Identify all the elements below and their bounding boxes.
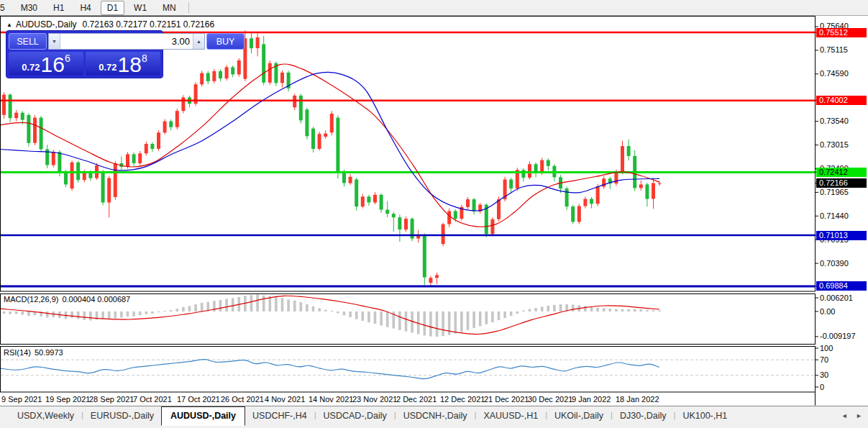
macd-histogram-bar <box>89 311 92 321</box>
candle-body <box>639 184 643 188</box>
macd-histogram-bar <box>547 306 550 311</box>
macd-histogram-bar <box>541 307 544 312</box>
volume-increase-button[interactable]: ▲ <box>193 34 204 49</box>
candle-body <box>385 210 389 214</box>
sell-button[interactable]: SELL <box>9 33 47 50</box>
candle-body <box>64 173 68 185</box>
timeframe-button-h1[interactable]: H1 <box>47 1 70 15</box>
sell-price-display[interactable]: 0.72166 <box>9 52 83 76</box>
timeframe-button-w1[interactable]: W1 <box>127 1 153 15</box>
macd-histogram-bar <box>454 311 457 334</box>
collapse-triangle-icon[interactable]: ▲ <box>6 22 12 28</box>
macd-histogram-bar <box>374 311 377 324</box>
macd-histogram-bar <box>22 311 24 315</box>
macd-histogram-bar <box>101 311 104 319</box>
candle-body <box>577 206 581 222</box>
candle-body <box>9 95 12 119</box>
macd-histogram-bar <box>281 298 284 311</box>
candle-body <box>305 109 309 136</box>
macd-histogram-bar <box>188 306 191 311</box>
macd-histogram-bar <box>331 311 334 311</box>
macd-histogram-bar <box>300 302 303 311</box>
tab-usdcnh-daily[interactable]: USDCNH-,Daily <box>396 408 475 424</box>
candle-body <box>596 187 600 204</box>
candle-body <box>336 118 339 173</box>
macd-histogram-bar <box>15 311 18 314</box>
candle-body <box>212 71 216 81</box>
candle-body <box>442 224 445 245</box>
tab-usdchf-h4[interactable]: USDCHF-,H4 <box>245 408 314 424</box>
tab-scroll-right-icon[interactable]: ► <box>856 412 862 419</box>
buy-price-pip: 8 <box>142 53 147 64</box>
candle-body <box>590 199 593 204</box>
macd-current-values: 0.000404 0.000687 <box>62 295 130 304</box>
tab-dj30-daily[interactable]: DJ30-,Daily <box>613 408 674 424</box>
chart-symbol-label: AUDUSD-,Daily <box>16 19 77 29</box>
candle-body <box>14 113 18 119</box>
macd-histogram-bar <box>170 310 173 311</box>
candle-body <box>132 154 136 163</box>
macd-histogram-bar <box>262 296 265 311</box>
timeframe-button-h4[interactable]: H4 <box>73 1 97 15</box>
sell-price-big: 16 <box>41 54 65 75</box>
buy-price-display[interactable]: 0.72188 <box>86 52 160 76</box>
timeframe-button-5[interactable]: 5 <box>0 1 12 15</box>
macd-histogram-bar <box>108 311 111 319</box>
candle-body <box>404 219 408 229</box>
tab-eurusd-daily[interactable]: EURUSD-,Daily <box>83 408 161 424</box>
tab-uk100-h1[interactable]: UK100-,H1 <box>675 408 734 424</box>
macd-histogram-bar <box>411 311 414 333</box>
macd-histogram-bar <box>510 311 513 316</box>
macd-histogram-bar <box>479 311 482 327</box>
trading-platform-window: { "toolbar": { "items": [ {"label":"5"},… <box>0 0 868 428</box>
candle-body <box>466 199 470 207</box>
candle-body <box>627 146 631 156</box>
tab-usdx-weekly[interactable]: USDX,Weekly <box>10 408 81 424</box>
candle-body <box>652 183 655 199</box>
macd-histogram-bar <box>503 311 506 318</box>
macd-histogram-bar <box>522 311 525 312</box>
candle-body <box>293 96 296 107</box>
candle-body <box>169 122 173 127</box>
candle-body <box>101 172 105 203</box>
macd-histogram-bar <box>9 311 12 314</box>
volume-decrease-button[interactable]: ▼ <box>49 34 60 49</box>
buy-button[interactable]: BUY <box>206 33 245 50</box>
rsi-indicator-label: RSI(14)50.9973 <box>4 348 63 357</box>
candle-body <box>435 275 439 278</box>
macd-histogram-bar <box>27 311 30 316</box>
candle-body <box>225 67 229 78</box>
timeframe-button-d1[interactable]: D1 <box>101 1 124 15</box>
candle-body <box>157 132 160 149</box>
tab-ukoil-daily[interactable]: UKOil-,Daily <box>547 408 611 424</box>
candle-body <box>107 178 111 203</box>
timeframe-button-m30[interactable]: M30 <box>14 1 44 15</box>
volume-input[interactable] <box>60 34 193 49</box>
macd-histogram-bar <box>603 308 606 311</box>
candle-body <box>138 153 142 163</box>
macd-histogram-bar <box>145 311 148 314</box>
macd-histogram-bar <box>250 295 253 311</box>
volume-control: ▼ ▲ <box>48 33 205 50</box>
candle-body <box>614 172 618 183</box>
candle-body <box>250 38 253 48</box>
tab-xauusd-h1[interactable]: XAUUSD-,H1 <box>476 408 545 424</box>
tab-usdcad-daily[interactable]: USDCAD-,Daily <box>316 408 394 424</box>
macd-histogram-bar <box>609 309 612 311</box>
candle-body <box>398 217 401 229</box>
tab-audusd-daily[interactable]: AUDUSD-,Daily <box>161 406 245 426</box>
candle-body <box>126 154 129 167</box>
macd-histogram-bar <box>424 311 426 335</box>
macd-histogram-bar <box>182 307 185 311</box>
macd-histogram-bar <box>324 310 327 311</box>
macd-histogram-bar <box>318 308 321 311</box>
tab-scroll-left-icon[interactable]: ◄ <box>841 412 848 419</box>
candle-body <box>21 113 24 120</box>
chart-ohlc-values: 0.72163 0.72177 0.72151 0.72166 <box>83 19 215 29</box>
macd-histogram-bar <box>436 311 439 337</box>
timeframe-toolbar: 5M30H1H4D1W1MN <box>0 0 868 16</box>
macd-histogram-bar <box>293 301 296 311</box>
candle-body <box>509 180 513 189</box>
candle-body <box>547 160 550 166</box>
timeframe-button-mn[interactable]: MN <box>156 1 183 15</box>
